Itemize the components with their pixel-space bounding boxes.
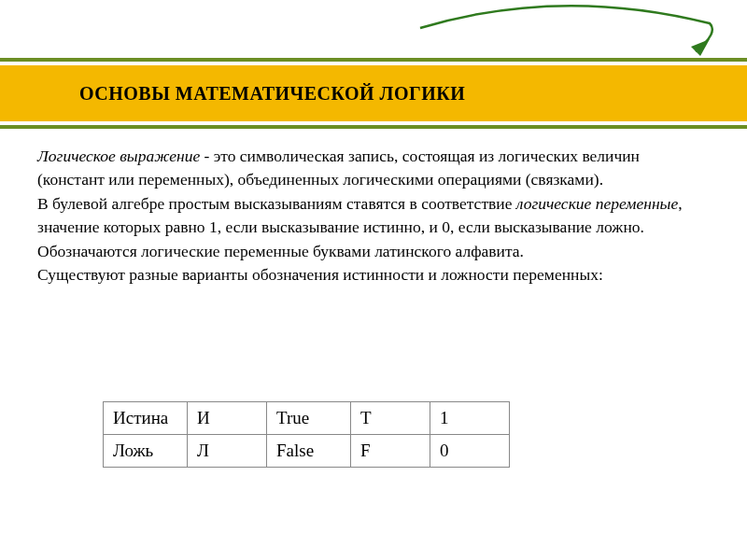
cell: И <box>188 402 267 435</box>
page-title: ОСНОВЫ МАТЕМАТИЧЕСКОЙ ЛОГИКИ <box>79 83 465 105</box>
cell: T <box>351 402 430 435</box>
cell: Истина <box>104 402 188 435</box>
cell: True <box>267 402 351 435</box>
term-logical-expression: Логическое выражение <box>37 147 200 165</box>
para2-before: В булевой алгебре простым высказываниям … <box>37 194 516 213</box>
cell: 0 <box>430 435 510 468</box>
decorative-swoosh <box>374 0 747 65</box>
cell: F <box>351 435 430 468</box>
top-divider <box>0 58 747 62</box>
cell: Л <box>188 435 267 468</box>
paragraph-1: Логическое выражение - это символическая… <box>37 145 710 192</box>
term-logical-variables: логические переменные <box>516 194 678 213</box>
truth-table: Истина И True T 1 Ложь Л False F 0 <box>103 401 510 468</box>
bottom-divider <box>0 125 747 129</box>
cell: False <box>267 435 351 468</box>
table-row: Истина И True T 1 <box>104 402 510 435</box>
cell: 1 <box>430 402 510 435</box>
title-band: ОСНОВЫ МАТЕМАТИЧЕСКОЙ ЛОГИКИ <box>0 65 747 121</box>
paragraph-3: Существуют разные варианты обозначения и… <box>37 263 710 287</box>
body-text: Логическое выражение - это символическая… <box>37 145 710 287</box>
table-row: Ложь Л False F 0 <box>104 435 510 468</box>
paragraph-2: В булевой алгебре простым высказываниям … <box>37 192 710 263</box>
cell: Ложь <box>104 435 188 468</box>
